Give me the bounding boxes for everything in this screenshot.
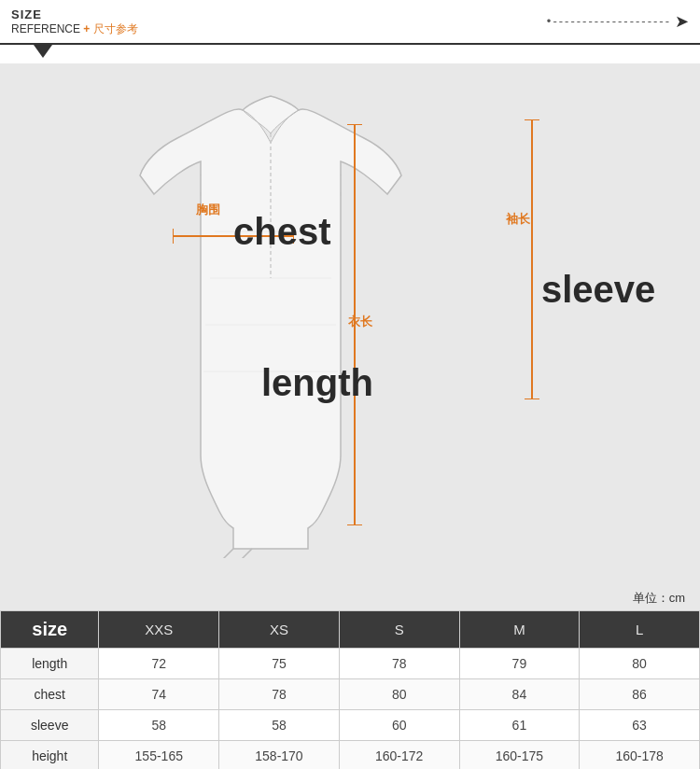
row-label: height <box>1 740 99 769</box>
chest-en-label: chest <box>233 211 331 253</box>
row-value: 80 <box>339 678 459 709</box>
row-value: 78 <box>219 678 340 709</box>
chinese-text: 尺寸参考 <box>93 22 138 35</box>
table-header-row: size XXS XS S M L <box>1 610 700 648</box>
row-label: sleeve <box>1 709 99 740</box>
size-table-wrapper: size XXS XS S M L length7275787980chest7… <box>0 610 700 769</box>
row-value: 74 <box>99 678 219 709</box>
row-value: 58 <box>99 709 219 740</box>
row-value: 84 <box>459 678 580 709</box>
row-value: 60 <box>339 709 459 740</box>
chest-cn-label: 胸围 <box>196 203 220 217</box>
row-value: 160-172 <box>339 740 459 769</box>
row-value: 155-165 <box>99 740 219 769</box>
header-left: SIZE REFERENCE + 尺寸参考 <box>11 7 138 35</box>
th-size: size <box>1 610 99 648</box>
row-value: 160-178 <box>580 740 700 769</box>
row-value: 58 <box>219 709 340 740</box>
plus-icon: + <box>83 22 90 35</box>
table-row: sleeve5858606163 <box>1 709 700 740</box>
table-row: chest7478808486 <box>1 678 700 709</box>
length-en-label: length <box>261 362 373 404</box>
pointer-triangle <box>34 45 52 58</box>
table-header: size XXS XS S M L <box>1 610 700 648</box>
header-pointer-section <box>0 45 700 63</box>
header-title: SIZE <box>11 7 138 22</box>
shirt-silhouette <box>121 91 420 558</box>
row-value: 72 <box>99 648 219 678</box>
row-value: 75 <box>219 648 340 678</box>
th-xxs: XXS <box>99 610 219 648</box>
header-dots: •-------------------- <box>547 14 671 28</box>
row-value: 78 <box>339 648 459 678</box>
row-value: 158-170 <box>219 740 340 769</box>
row-value: 86 <box>580 678 700 709</box>
th-xs: XS <box>219 610 340 648</box>
size-table: size XXS XS S M L length7275787980chest7… <box>0 610 700 769</box>
sleeve-line-svg <box>523 119 541 399</box>
row-label: chest <box>1 678 99 709</box>
th-s: S <box>339 610 459 648</box>
row-value: 63 <box>580 709 700 740</box>
reference-text: REFERENCE <box>11 22 80 35</box>
row-value: 80 <box>580 648 700 678</box>
unit-label: 单位：cm <box>0 586 700 610</box>
table-body: length7275787980chest7478808486sleeve585… <box>1 648 700 769</box>
sleeve-en-label: sleeve <box>541 269 655 311</box>
row-value: 79 <box>459 648 580 678</box>
sleeve-cn-label: 袖长 <box>506 213 530 226</box>
th-l: L <box>580 610 700 648</box>
header-subtitle: REFERENCE + 尺寸参考 <box>11 22 138 35</box>
row-value: 61 <box>459 709 580 740</box>
th-m: M <box>459 610 580 648</box>
arrow-icon: ➤ <box>675 11 689 32</box>
garment-diagram-section: 胸围 chest 衣长 length 袖长 sleeve <box>0 63 700 586</box>
table-row: height155-165158-170160-172160-175160-17… <box>1 740 700 769</box>
size-reference-header: SIZE REFERENCE + 尺寸参考 •-----------------… <box>0 0 700 45</box>
table-row: length7275787980 <box>1 648 700 678</box>
length-cn-label: 衣长 <box>348 315 372 329</box>
row-label: length <box>1 648 99 678</box>
row-value: 160-175 <box>459 740 580 769</box>
